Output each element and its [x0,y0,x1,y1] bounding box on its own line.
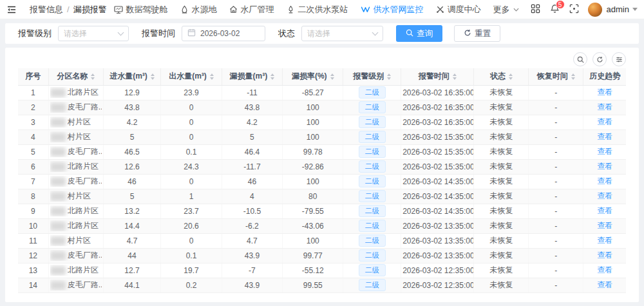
cell-status: 未恢复 [474,233,529,248]
view-link[interactable]: 查看 [597,147,612,156]
table-row: 5 皮毛厂路... 46.5 0.1 46.4 99.78 二级 2026-03… [18,144,626,159]
cell-index: 9 [18,204,48,218]
view-link[interactable]: 查看 [597,221,612,230]
filter-bar: 报警级别 请选择 报警时间 2026-03-02 状态 请选择 查询 重置 [5,23,639,44]
col-header-zone-name[interactable]: 分区名称 [48,68,103,85]
sort-carets-icon[interactable] [330,73,334,80]
cell-alarm-time: 2026-03-02 16:35:00 [401,100,474,115]
col-header-inflow[interactable]: 进水量(m³) [103,68,161,85]
nav-item-pump-station[interactable]: 二次供水泵站 [287,4,348,15]
status-select[interactable]: 请选择 [301,26,383,41]
col-header-outflow[interactable]: 出水量(m³) [161,68,222,85]
sort-carets-icon[interactable] [151,73,155,80]
table-search-button[interactable] [573,52,587,66]
cell-recover-time: - [529,218,583,233]
caret-down-icon [632,8,638,11]
nav-label: 水厂管理 [241,4,274,15]
notification-badge: 5 [556,0,565,9]
nav-item-data-cockpit[interactable]: 数据驾驶舱 [114,4,168,15]
nav-label: 数据驾驶舱 [126,4,168,15]
nav-item-dispatch-center[interactable]: 调度中心 [436,4,481,15]
pipe-network-icon [361,5,370,14]
cell-recover-time: - [529,85,583,100]
cell-alarm-time: 2026-03-02 13:35:00 [401,248,474,263]
view-link[interactable]: 查看 [597,265,612,274]
cell-zone-name: 皮毛厂路... [48,248,103,263]
view-link[interactable]: 查看 [597,102,612,111]
view-link[interactable]: 查看 [597,191,612,200]
redacted-blur [50,133,66,142]
cell-outflow: 0.1 [161,144,222,159]
nav-item-pipe-network[interactable]: 供水管网监控 [361,4,424,15]
sort-carets-icon[interactable] [509,73,513,80]
nav-label: 调度中心 [448,4,481,15]
scan-icon[interactable] [569,4,579,15]
cell-loss: 4.2 [222,115,282,129]
column-settings-button[interactable] [612,52,626,66]
breadcrumb: 报警信息 / 漏损报警 [30,4,107,15]
view-link[interactable]: 查看 [597,236,612,245]
alarm-level-select[interactable]: 请选择 [58,26,129,41]
cell-loss-rate: -43.06 [283,218,343,233]
cell-alarm-time: 2026-03-02 15:35:00 [401,129,474,144]
col-header-alarm-time[interactable]: 报警时间 [401,68,474,85]
avatar[interactable] [588,3,602,17]
col-header-loss-rate[interactable]: 漏损率(%) [283,68,343,85]
nav-item-water-source[interactable]: 水源地 [180,4,217,15]
col-header-status[interactable]: 状态 [474,68,529,85]
nav-label: 更多 [493,4,510,15]
cell-loss-rate: 100 [283,115,343,129]
user-menu[interactable]: admin [607,5,638,14]
reset-button[interactable]: 重置 [454,25,500,42]
notification-bell[interactable]: 5 [550,4,560,15]
cell-status: 未恢复 [474,100,529,115]
alarm-level-badge: 二级 [359,220,386,233]
table-row: 10 北路片区 14.4 20.6 -6.2 -43.06 二级 2026-03… [18,218,626,233]
sort-carets-icon[interactable] [210,73,214,80]
nav-item-more[interactable]: 更多 [493,4,519,15]
cell-outflow: 0 [161,129,222,144]
alarm-date-input[interactable]: 2026-03-02 [182,26,265,41]
apps-grid-icon[interactable] [531,4,540,15]
cell-recover-time: - [529,189,583,204]
cell-index: 14 [18,278,48,292]
menu-fold-icon[interactable] [6,5,17,15]
view-link[interactable]: 查看 [597,88,612,97]
cell-history-trend: 查看 [583,278,626,292]
filter-status: 状态 请选择 [278,26,383,41]
table-row: 14 皮毛厂路... 44.1 0.2 43.9 99.55 二级 2026-0… [18,278,626,292]
sort-carets-icon[interactable] [387,73,391,80]
table-refresh-button[interactable] [592,52,607,66]
view-link[interactable]: 查看 [597,177,612,186]
breadcrumb-parent[interactable]: 报警信息 [30,4,63,15]
view-link[interactable]: 查看 [597,280,612,289]
col-header-loss[interactable]: 漏损量(m³) [222,68,282,85]
view-link[interactable]: 查看 [597,251,612,260]
cell-alarm-level: 二级 [343,218,401,233]
topbar: 报警信息 / 漏损报警 数据驾驶舱 水源地 水厂管理 二次供水泵站 供水管网监控… [0,0,644,19]
cell-status: 未恢复 [474,278,529,292]
col-header-recover-time[interactable]: 恢复时间 [529,68,583,85]
table-row: 1 北路片区 12.9 23.9 -11 -85.27 二级 2026-03-0… [18,85,626,100]
topbar-icon-group: 5 [531,4,579,15]
sort-carets-icon[interactable] [453,73,457,80]
nav-item-water-plant[interactable]: 水厂管理 [229,4,274,15]
col-header-alarm-level[interactable]: 报警级别 [343,68,401,85]
view-link[interactable]: 查看 [597,132,612,141]
sort-carets-icon[interactable] [571,73,575,80]
view-link[interactable]: 查看 [597,206,612,215]
calendar-icon [187,28,196,39]
cell-outflow: 1 [161,189,222,204]
view-link[interactable]: 查看 [597,117,612,126]
cell-outflow: 0.2 [161,278,222,292]
cell-index: 2 [18,100,48,115]
cell-inflow: 44.1 [103,278,161,292]
view-link[interactable]: 查看 [597,162,612,171]
sort-carets-icon[interactable] [270,73,274,80]
cell-loss: 4.7 [222,233,282,248]
cell-alarm-time: 2026-03-02 13:35:00 [401,218,474,233]
sort-carets-icon[interactable] [91,73,95,80]
search-button[interactable]: 查询 [396,25,442,42]
cell-recover-time: - [529,115,583,129]
alarm-table: 序号 分区名称 进水量(m³) 出水量(m³) 漏损量(m³) 漏损率(%) 报… [18,68,626,293]
